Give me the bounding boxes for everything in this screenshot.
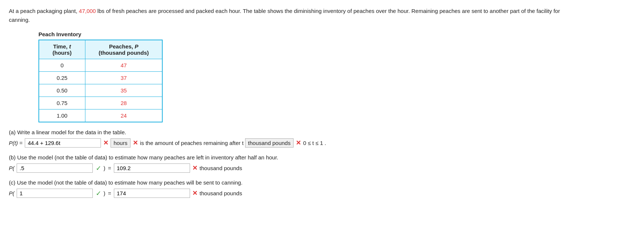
part-a-pt-label: P(t) = (9, 140, 23, 146)
table-section: Peach Inventory Time, t(hours) Peaches, … (38, 31, 635, 122)
table-row: 047 (39, 59, 162, 72)
table-cell-peaches: 28 (85, 97, 162, 109)
part-c-rparen: ) (104, 190, 105, 196)
table-cell-time: 0.25 (39, 72, 85, 84)
table-row: 1.0024 (39, 109, 162, 122)
part-c-units: thousand pounds (200, 190, 242, 196)
part-a-label: (a) Write a linear model for the data in… (9, 129, 635, 135)
table-cell-peaches: 24 (85, 109, 162, 122)
part-a-answer-row: P(t) = ✕ hours ✕ is the amount of peache… (9, 138, 635, 148)
part-a-units-tag: thousand pounds (245, 138, 294, 148)
part-c-pt-label: P( (9, 190, 14, 196)
part-c-label: (c) Use the model (not the table of data… (9, 179, 635, 186)
table-cell-time: 0 (39, 59, 85, 72)
table-row: 0.5035 (39, 84, 162, 97)
part-a-middle-text: is the amount of peaches remaining after… (140, 140, 244, 146)
part-c-argument-input[interactable] (17, 189, 93, 198)
part-c-answer-row: P( ✓ ) = ✕ thousand pounds (9, 189, 635, 198)
part-c-result-x-icon[interactable]: ✕ (192, 189, 197, 197)
col-time-header: Time, t(hours) (39, 40, 85, 59)
part-b-result-input[interactable] (114, 163, 190, 173)
part-a-hours-x-icon[interactable]: ✕ (133, 139, 138, 147)
highlight-number: 47,000 (79, 8, 96, 14)
table-cell-time: 1.00 (39, 109, 85, 122)
part-b-equals: = (108, 165, 111, 171)
part-b-pt-label: P( (9, 165, 14, 171)
table-cell-time: 0.75 (39, 97, 85, 109)
part-a-units-x-icon[interactable]: ✕ (296, 139, 301, 147)
peach-inventory-table: Time, t(hours) Peaches, P(thousand pound… (38, 40, 163, 122)
table-row: 0.7528 (39, 97, 162, 109)
intro-paragraph: At a peach packaging plant, 47,000 lbs o… (9, 7, 563, 24)
table-title: Peach Inventory (38, 31, 635, 37)
part-a-input-x-icon[interactable]: ✕ (103, 139, 108, 147)
part-a-hours-tag: hours (111, 138, 131, 148)
part-a-end-text: 0 ≤ t ≤ 1 . (303, 140, 326, 146)
part-c-section: (c) Use the model (not the table of data… (9, 179, 635, 198)
table-cell-peaches: 35 (85, 84, 162, 97)
part-b-units: thousand pounds (200, 165, 242, 171)
part-b-label: (b) Use the model (not the table of data… (9, 154, 635, 161)
part-c-result-input[interactable] (114, 189, 190, 198)
part-b-check-icon: ✓ (96, 164, 101, 172)
table-cell-peaches: 37 (85, 72, 162, 84)
col-peaches-header: Peaches, P(thousand pounds) (85, 40, 162, 59)
table-cell-time: 0.50 (39, 84, 85, 97)
table-row: 0.2537 (39, 72, 162, 84)
part-b-answer-row: P( ✓ ) = ✕ thousand pounds (9, 163, 635, 173)
part-b-argument-input[interactable] (17, 163, 93, 173)
part-c-equals: = (108, 190, 111, 196)
part-c-check-icon: ✓ (96, 189, 101, 197)
part-b-result-x-icon[interactable]: ✕ (192, 164, 197, 172)
part-b-rparen: ) (104, 165, 105, 171)
part-a-input[interactable] (25, 138, 101, 148)
part-a-section: (a) Write a linear model for the data in… (9, 129, 635, 148)
part-b-section: (b) Use the model (not the table of data… (9, 154, 635, 173)
table-cell-peaches: 47 (85, 59, 162, 72)
intro-text-before: At a peach packaging plant, (9, 8, 79, 14)
